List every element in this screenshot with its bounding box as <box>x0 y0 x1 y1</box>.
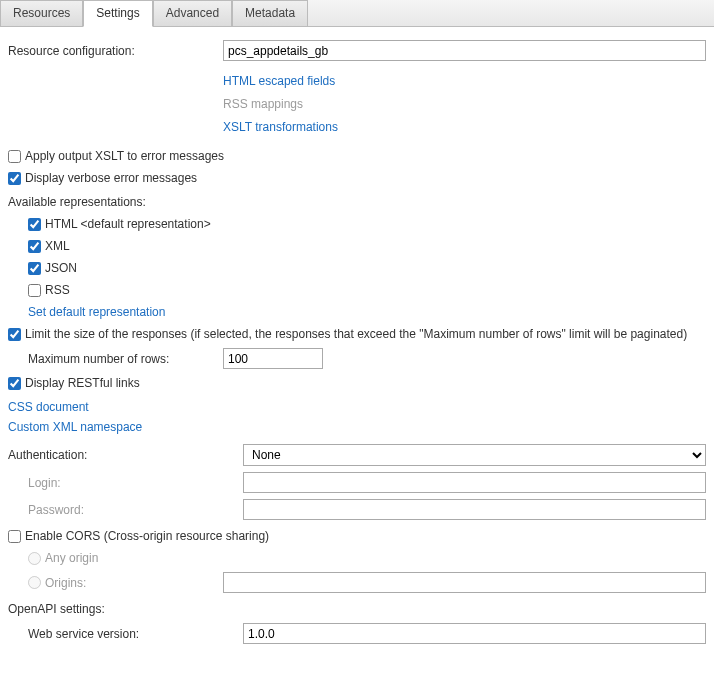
apply-xslt-label: Apply output XSLT to error messages <box>25 149 224 163</box>
rep-xml-checkbox[interactable] <box>28 240 41 253</box>
tab-advanced[interactable]: Advanced <box>153 0 232 26</box>
restful-links-label: Display RESTful links <box>25 376 140 390</box>
rep-rss-checkbox[interactable] <box>28 284 41 297</box>
rep-html-checkbox[interactable] <box>28 218 41 231</box>
apply-xslt-checkbox[interactable] <box>8 150 21 163</box>
limit-size-checkbox[interactable] <box>8 328 21 341</box>
auth-password-label: Password: <box>8 503 243 517</box>
max-rows-input[interactable] <box>223 348 323 369</box>
cors-origins-radio <box>28 576 41 589</box>
cors-origins-label: Origins: <box>45 576 86 590</box>
limit-size-label: Limit the size of the responses (if sele… <box>25 327 687 341</box>
cors-any-origin-label: Any origin <box>45 551 98 565</box>
rep-rss-label: RSS <box>45 283 70 297</box>
tab-bar: Resources Settings Advanced Metadata <box>0 0 714 27</box>
xslt-transformations-link[interactable]: XSLT transformations <box>223 115 706 138</box>
auth-login-label: Login: <box>8 476 243 490</box>
available-reps-label: Available representations: <box>8 189 706 213</box>
custom-xml-namespace-link[interactable]: Custom XML namespace <box>8 420 142 434</box>
resource-config-input[interactable] <box>223 40 706 61</box>
restful-links-checkbox[interactable] <box>8 377 21 390</box>
set-default-rep-link[interactable]: Set default representation <box>28 305 165 319</box>
rep-html-label: HTML <default representation> <box>45 217 211 231</box>
cors-origins-input[interactable] <box>223 572 706 593</box>
auth-label: Authentication: <box>8 448 243 462</box>
openapi-version-input[interactable] <box>243 623 706 644</box>
rep-xml-label: XML <box>45 239 70 253</box>
auth-password-input[interactable] <box>243 499 706 520</box>
tab-resources[interactable]: Resources <box>0 0 83 26</box>
tab-metadata[interactable]: Metadata <box>232 0 308 26</box>
resource-config-label: Resource configuration: <box>8 44 223 58</box>
rep-json-checkbox[interactable] <box>28 262 41 275</box>
html-escaped-fields-link[interactable]: HTML escaped fields <box>223 69 706 92</box>
openapi-version-label: Web service version: <box>8 627 243 641</box>
rss-mappings-link: RSS mappings <box>223 92 706 115</box>
rep-json-label: JSON <box>45 261 77 275</box>
css-document-link[interactable]: CSS document <box>8 400 89 414</box>
openapi-label: OpenAPI settings: <box>8 596 706 620</box>
max-rows-label: Maximum number of rows: <box>8 352 223 366</box>
enable-cors-label: Enable CORS (Cross-origin resource shari… <box>25 529 269 543</box>
display-verbose-checkbox[interactable] <box>8 172 21 185</box>
tab-settings[interactable]: Settings <box>83 0 152 27</box>
auth-login-input[interactable] <box>243 472 706 493</box>
enable-cors-checkbox[interactable] <box>8 530 21 543</box>
auth-select[interactable]: None <box>243 444 706 466</box>
settings-panel: Resource configuration: HTML escaped fie… <box>0 27 714 657</box>
display-verbose-label: Display verbose error messages <box>25 171 197 185</box>
cors-any-origin-radio <box>28 552 41 565</box>
